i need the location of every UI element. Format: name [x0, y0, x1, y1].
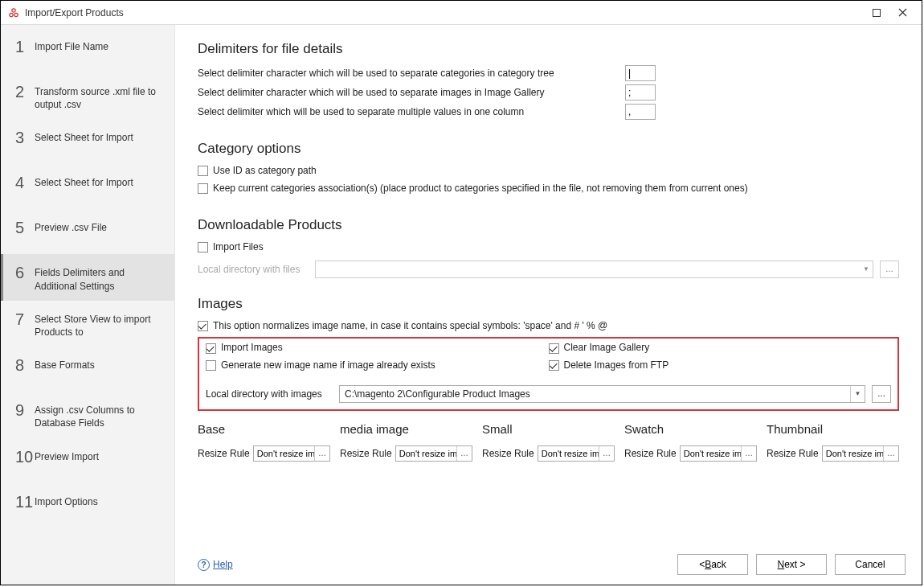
clear-gallery-row: Clear Image Gallery — [549, 342, 892, 355]
svg-rect-3 — [873, 9, 881, 16]
ellipsis-icon: … — [883, 446, 898, 461]
step-6[interactable]: 6Fields Delimiters and Additional Settin… — [1, 254, 174, 300]
local-dir-images-row: Local directory with images C:\magento 2… — [206, 385, 891, 403]
delim-multi-row: Select delimiter which will be used to s… — [198, 104, 899, 120]
close-button[interactable] — [889, 3, 915, 23]
chevron-down-icon: ▼ — [850, 386, 865, 402]
step-9[interactable]: 9Assign .csv Columns to Database Fields — [1, 392, 174, 437]
resize-rule-media[interactable]: Don't resize imag… — [395, 445, 472, 462]
resize-col-swatch: Swatch Resize RuleDon't resize imag… — [624, 422, 757, 462]
import-images-row: Import Images — [206, 342, 549, 355]
local-dir-images-browse[interactable]: … — [872, 385, 891, 403]
ellipsis-icon: … — [741, 446, 756, 461]
window-title: Import/Export Products — [25, 7, 864, 18]
import-images-checkbox[interactable] — [206, 343, 216, 354]
images-heading: Images — [198, 296, 899, 312]
local-dir-images-combo[interactable]: C:\magento 2\Configurable Product Images… — [339, 385, 865, 403]
svg-point-1 — [10, 13, 13, 16]
delim-category-input[interactable] — [625, 65, 656, 81]
resize-rule-small[interactable]: Don't resize imag… — [538, 445, 615, 462]
resize-col-small: Small Resize RuleDon't resize imag… — [482, 422, 615, 462]
ellipsis-icon: … — [314, 446, 329, 461]
resize-col-thumbnail: Thumbnail Resize RuleDon't resize imag… — [767, 422, 899, 462]
step-5[interactable]: 5Preview .csv File — [1, 209, 174, 254]
local-dir-files-row: Local directory with files ▼ … — [198, 261, 899, 278]
use-id-checkbox-row: Use ID as category path — [198, 165, 899, 178]
local-dir-files-browse[interactable]: … — [880, 261, 899, 278]
titlebar: Import/Export Products — [1, 1, 922, 25]
import-files-checkbox[interactable] — [198, 242, 208, 252]
gen-image-name-checkbox[interactable] — [206, 360, 216, 371]
import-files-checkbox-row: Import Files — [198, 241, 899, 254]
ellipsis-icon: … — [599, 446, 614, 461]
maximize-button[interactable] — [864, 3, 889, 23]
resize-rule-thumbnail[interactable]: Don't resize imag… — [822, 445, 899, 462]
content-pane: Delimiters for file details Select delim… — [175, 25, 922, 585]
use-id-checkbox[interactable] — [198, 166, 208, 176]
footer: ?Help < Back Next > Cancel — [198, 554, 906, 575]
delim-images-input[interactable] — [625, 84, 656, 101]
keep-categories-checkbox-row: Keep current categories association(s) (… — [198, 183, 899, 195]
delim-category-row: Select delimiter character which will be… — [198, 65, 899, 81]
resize-col-media: media image Resize RuleDon't resize imag… — [340, 422, 472, 462]
resize-rule-base[interactable]: Don't resize imag… — [253, 445, 330, 462]
cancel-button[interactable]: Cancel — [835, 554, 906, 575]
back-button[interactable]: < Back — [677, 554, 748, 575]
help-icon: ? — [198, 559, 210, 571]
step-1[interactable]: 1Import File Name — [1, 28, 174, 73]
wizard-steps-sidebar: 1Import File Name 2Transform source .xml… — [1, 25, 175, 585]
delim-images-row: Select delimiter character which will be… — [198, 84, 899, 101]
normalize-image-checkbox[interactable] — [198, 321, 208, 331]
keep-categories-checkbox[interactable] — [198, 183, 208, 194]
resize-grid: Base Resize RuleDon't resize imag… media… — [198, 422, 899, 462]
chevron-down-icon: ▼ — [863, 265, 869, 273]
downloadable-heading: Downloadable Products — [198, 217, 899, 233]
clear-gallery-checkbox[interactable] — [549, 343, 559, 354]
ellipsis-icon: … — [456, 446, 472, 461]
svg-point-2 — [14, 13, 18, 16]
step-3[interactable]: 3Select Sheet for Import — [1, 119, 174, 164]
images-highlight-box: Import Images Generate new image name if… — [198, 337, 899, 410]
next-button[interactable]: Next > — [756, 554, 827, 575]
step-10[interactable]: 10Preview Import — [1, 438, 174, 483]
svg-point-0 — [12, 8, 15, 11]
delim-multi-input[interactable] — [625, 104, 656, 120]
delete-ftp-row: Delete Images from FTP — [549, 359, 892, 372]
delimiters-heading: Delimiters for file details — [198, 41, 899, 57]
step-4[interactable]: 4Select Sheet for Import — [1, 164, 174, 209]
local-dir-files-combo[interactable]: ▼ — [315, 261, 873, 278]
step-8[interactable]: 8Base Formats — [1, 347, 174, 392]
step-2[interactable]: 2Transform source .xml file to output .c… — [1, 73, 174, 119]
help-link[interactable]: ?Help — [198, 559, 233, 571]
normalize-image-row: This option normalizes image name, in ca… — [198, 320, 899, 333]
step-11[interactable]: 11Import Options — [1, 483, 174, 528]
resize-col-base: Base Resize RuleDon't resize imag… — [198, 422, 330, 462]
step-7[interactable]: 7Select Store View to import Products to — [1, 301, 174, 347]
category-options-heading: Category options — [198, 141, 899, 157]
resize-rule-swatch[interactable]: Don't resize imag… — [680, 445, 757, 462]
delete-ftp-checkbox[interactable] — [549, 360, 559, 371]
gen-image-name-row: Generate new image name if image already… — [206, 359, 549, 372]
app-icon — [7, 6, 20, 19]
